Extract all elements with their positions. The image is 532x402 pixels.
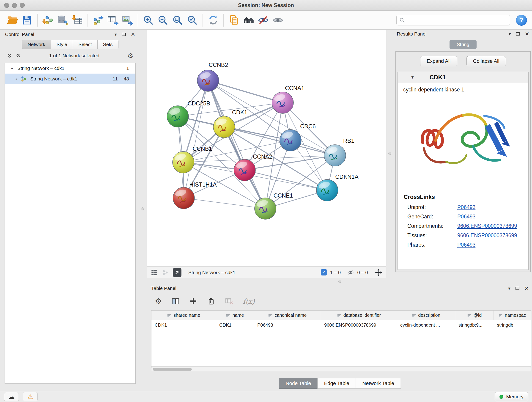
close-panel-icon[interactable]: ✕ [525, 32, 529, 37]
collapse-gene-icon[interactable]: ▼ [411, 75, 414, 80]
network-node-cdc25b[interactable]: CDC25B [167, 100, 210, 127]
crosslink-link-compartments[interactable]: 9606.ENSP00000378699 [457, 223, 517, 229]
birds-eye-grid-icon[interactable] [151, 269, 158, 276]
table-cell[interactable]: P06493 [254, 320, 321, 330]
tab-sets[interactable]: Sets [98, 40, 118, 49]
network-node-ccna1[interactable]: CCNA1 [272, 85, 304, 114]
table-settings-gear-icon[interactable]: ⚙ [155, 297, 162, 305]
zoom-selected-button[interactable] [185, 13, 200, 27]
crosslink-link-pharos[interactable]: P06493 [457, 242, 475, 248]
crosslink-link-genecard[interactable]: P06493 [457, 214, 475, 220]
close-panel-icon[interactable]: ✕ [131, 32, 135, 37]
column-header-namespace[interactable]: namespac [494, 311, 531, 320]
scrollbar-thumb[interactable] [153, 368, 192, 370]
home-button[interactable] [241, 13, 256, 27]
crosslink-link-tissues[interactable]: 9606.ENSP00000378699 [457, 232, 517, 239]
share-network-icon[interactable] [162, 269, 169, 276]
network-collection-row[interactable]: ▼ String Network – cdk1 1 [5, 63, 135, 74]
toolbar-search[interactable] [396, 15, 510, 26]
expand-all-button[interactable]: Expand All [420, 56, 457, 66]
tab-network-table[interactable]: Network Table [355, 378, 401, 389]
network-tree: ▼ String Network – cdk1 1 ● String Netwo… [5, 63, 136, 384]
tab-edge-table[interactable]: Edge Table [317, 378, 356, 389]
network-edge[interactable] [224, 127, 335, 155]
network-edge[interactable] [208, 81, 265, 209]
splitter-handle[interactable] [141, 207, 144, 211]
help-button[interactable]: ? [516, 15, 527, 26]
import-network-database-button[interactable] [55, 13, 70, 27]
tree-expand-icon[interactable]: ▼ [10, 66, 14, 70]
zoom-out-button[interactable] [156, 13, 170, 27]
crosslink-link-uniprot[interactable]: P06493 [457, 204, 475, 211]
column-header-id[interactable]: @id [455, 311, 494, 320]
float-panel-icon[interactable] [122, 33, 126, 36]
network-node-cdk1[interactable]: CDK1 [213, 109, 247, 138]
network-edge[interactable] [184, 81, 208, 198]
open-in-window-button[interactable] [173, 268, 181, 277]
add-row-plus-icon[interactable] [189, 297, 197, 305]
column-header-description[interactable]: description [397, 311, 455, 320]
cloud-button[interactable]: ☁ [4, 392, 19, 401]
zoom-in-button[interactable] [141, 13, 156, 27]
network-edge[interactable] [184, 198, 265, 209]
column-header-name[interactable]: name [216, 311, 254, 320]
zoom-fit-button[interactable] [170, 13, 185, 27]
table-cell[interactable]: stringdb:9... [455, 320, 494, 330]
network-node-ccnb2[interactable]: CCNB2 [197, 62, 228, 91]
import-network-file-button[interactable] [41, 13, 55, 27]
network-node-hist1h1a[interactable]: HIST1H1A [173, 181, 217, 209]
tab-network[interactable]: Network [22, 40, 51, 49]
show-graphics-button[interactable] [271, 13, 285, 27]
gene-card-header[interactable]: ▼ CDK1 [398, 72, 528, 83]
splitter-handle[interactable] [388, 152, 391, 155]
selected-checkbox-icon[interactable]: ✓ [321, 269, 327, 275]
warnings-button[interactable]: ⚠ [23, 392, 38, 401]
tab-string[interactable]: String [450, 40, 476, 49]
apply-layout-button[interactable] [206, 13, 220, 27]
table-cell[interactable]: CDK1 [216, 320, 254, 330]
splitter-handle[interactable] [338, 280, 341, 283]
import-table-button[interactable] [70, 13, 85, 27]
export-table-button[interactable] [105, 13, 120, 27]
network-node-cdkn1a[interactable]: CDKN1A [317, 173, 359, 201]
search-input[interactable] [407, 17, 507, 23]
table-cell[interactable]: cyclin-dependent ... [397, 320, 455, 330]
column-header-database-identifier[interactable]: database identifier [321, 311, 397, 320]
float-panel-icon[interactable] [516, 32, 520, 36]
documents-button[interactable] [227, 13, 241, 27]
export-image-button[interactable] [120, 13, 135, 27]
collapse-all-button[interactable]: Collapse All [467, 56, 506, 66]
table-row[interactable]: CDK1 CDK1 P06493 9606.ENSP00000378699 cy… [152, 320, 531, 330]
horizontal-scrollbar[interactable] [151, 367, 531, 371]
network-edge[interactable] [208, 81, 283, 103]
insert-column-icon[interactable] [171, 297, 180, 305]
crosshair-icon[interactable] [374, 269, 382, 276]
export-network-button[interactable] [91, 13, 105, 27]
network-canvas[interactable]: CCNB2CCNA1CDC25BCDK1CDC6RB1CCNB1CCNA2CDK… [147, 30, 386, 266]
collapse-panel-icon[interactable]: ▾ [508, 286, 510, 291]
network-node-rb1[interactable]: RB1 [324, 138, 354, 166]
tab-node-table[interactable]: Node Table [279, 378, 318, 389]
collapse-panel-icon[interactable]: ▾ [114, 32, 117, 37]
float-panel-icon[interactable] [515, 287, 519, 290]
close-panel-icon[interactable]: ✕ [525, 286, 529, 291]
collapse-panel-icon[interactable]: ▾ [509, 32, 511, 36]
hide-graphics-button[interactable] [256, 13, 271, 27]
column-header-canonical-name[interactable]: canonical name [254, 311, 321, 320]
column-header-shared-name[interactable]: shared name [152, 311, 216, 320]
delete-row-trash-icon[interactable] [207, 297, 215, 305]
table-cell[interactable]: CDK1 [152, 320, 216, 330]
gear-icon[interactable]: ⚙ [127, 52, 133, 59]
open-session-button[interactable] [5, 13, 20, 27]
hidden-eye-slash-icon[interactable] [347, 269, 354, 276]
network-row-selected[interactable]: ● String Network – cdk1 11 48 [5, 74, 135, 84]
tab-select[interactable]: Select [73, 40, 97, 49]
double-chevron-up-icon[interactable] [16, 53, 21, 58]
table-cell[interactable]: 9606.ENSP00000378699 [321, 320, 397, 330]
table-cell[interactable]: stringdb [494, 320, 531, 330]
memory-button[interactable]: Memory [495, 392, 528, 401]
tab-style[interactable]: Style [51, 40, 73, 49]
save-session-button[interactable] [20, 13, 34, 27]
network-node-ccne1[interactable]: CCNE1 [254, 192, 293, 219]
double-chevron-down-icon[interactable] [7, 53, 12, 58]
